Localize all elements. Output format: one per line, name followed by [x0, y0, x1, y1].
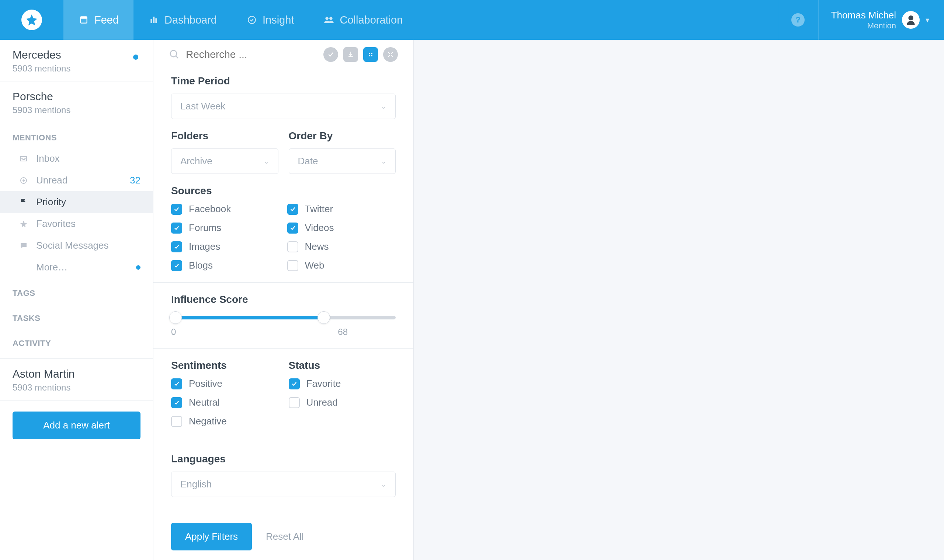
- svg-point-6: [325, 17, 329, 20]
- nav-dashboard[interactable]: Dashboard: [134, 0, 231, 40]
- checkbox-sentiment-neutral[interactable]: Neutral: [171, 397, 278, 408]
- menu-priority[interactable]: Priority: [0, 191, 153, 213]
- select-folders[interactable]: Archive ⌄: [171, 148, 278, 174]
- checkbox-label: Forums: [189, 222, 221, 234]
- search-input[interactable]: [186, 49, 319, 60]
- slider-fill: [171, 316, 324, 319]
- svg-rect-2: [150, 19, 152, 23]
- apply-filters-button[interactable]: Apply Filters: [171, 523, 252, 551]
- checkbox-sentiment-positive[interactable]: Positive: [171, 378, 278, 389]
- select-order-by[interactable]: Date ⌄: [289, 148, 396, 174]
- slider-track: [171, 316, 396, 319]
- section-sources: Sources FacebookTwitterForumsVideosImage…: [171, 185, 396, 271]
- svg-point-5: [248, 16, 256, 23]
- section-tags[interactable]: TAGS: [0, 278, 153, 303]
- section-languages: Languages English ⌄: [171, 453, 396, 497]
- title-sources: Sources: [171, 185, 396, 197]
- download-button[interactable]: [343, 47, 358, 62]
- checkbox-icon: [171, 378, 182, 389]
- checkbox-source-facebook[interactable]: Facebook: [171, 203, 280, 215]
- checkbox-status-unread[interactable]: Unread: [289, 397, 396, 408]
- svg-point-13: [371, 53, 372, 54]
- section-tasks[interactable]: TASKS: [0, 303, 153, 328]
- alert-mercedes[interactable]: Mercedes 5903 mentions: [0, 40, 153, 82]
- checkbox-status-favorite[interactable]: Favorite: [289, 378, 396, 389]
- select-time-period[interactable]: Last Week ⌄: [171, 94, 396, 119]
- checkbox-icon: [171, 204, 182, 215]
- checkbox-source-videos[interactable]: Videos: [287, 222, 396, 234]
- alert-sub: 5903 mentions: [12, 105, 140, 115]
- checkbox-label: Videos: [305, 222, 334, 234]
- title-order-by: Order By: [289, 130, 396, 142]
- slider-handle-max[interactable]: [318, 311, 330, 324]
- svg-point-15: [371, 55, 372, 56]
- chevron-down-icon: ⌄: [381, 480, 386, 489]
- title-time-period: Time Period: [171, 75, 396, 87]
- checkbox-source-blogs[interactable]: Blogs: [171, 260, 280, 271]
- influence-slider[interactable]: 0 68: [171, 312, 396, 337]
- filter-button[interactable]: [363, 47, 378, 62]
- filter-footer: Apply Filters Reset All: [153, 513, 413, 560]
- svg-point-10: [23, 179, 25, 182]
- search-row: [153, 40, 413, 69]
- menu-label: Unread: [36, 175, 68, 186]
- select-value: English: [180, 478, 212, 490]
- alert-porsche[interactable]: Porsche 5903 mentions: [0, 82, 153, 123]
- nav-label: Feed: [94, 14, 119, 26]
- sources-grid: FacebookTwitterForumsVideosImagesNewsBlo…: [171, 203, 396, 271]
- checkbox-source-twitter[interactable]: Twitter: [287, 203, 396, 215]
- chevron-down-icon: ⌄: [381, 157, 386, 165]
- checkbox-label: News: [305, 241, 329, 252]
- menu-more[interactable]: More…: [0, 257, 153, 278]
- divider: [153, 282, 413, 283]
- checkbox-source-news[interactable]: News: [287, 241, 396, 252]
- menu-inbox[interactable]: Inbox: [0, 148, 153, 169]
- more-dot: [136, 265, 140, 270]
- checkbox-sentiment-negative[interactable]: Negative: [171, 415, 278, 427]
- logo[interactable]: [0, 9, 63, 30]
- dashboard-icon: [148, 14, 159, 25]
- select-value: Last Week: [180, 101, 225, 112]
- reset-all-button[interactable]: Reset All: [266, 531, 304, 542]
- menu-unread[interactable]: Unread 32: [0, 169, 153, 191]
- select-languages[interactable]: English ⌄: [171, 472, 396, 497]
- status-list: FavoriteUnread: [289, 378, 396, 408]
- checkbox-icon: [287, 260, 298, 271]
- alert-aston[interactable]: Aston Martin 5903 mentions: [0, 359, 153, 400]
- nav-insight[interactable]: Insight: [231, 0, 308, 40]
- svg-rect-1: [80, 17, 86, 18]
- slider-labels: 0 68: [171, 327, 396, 337]
- section-activity[interactable]: ACTIVITY: [0, 328, 153, 359]
- nav-feed[interactable]: Feed: [63, 0, 134, 40]
- svg-rect-4: [155, 18, 157, 23]
- add-alert-button[interactable]: Add a new alert: [12, 412, 140, 439]
- checkbox-icon: [287, 223, 298, 234]
- nav-collaboration[interactable]: Collaboration: [308, 0, 417, 40]
- menu-label: More…: [36, 262, 68, 273]
- svg-point-7: [330, 17, 333, 20]
- user-menu[interactable]: Thomas Michel Mention ▾: [818, 0, 944, 40]
- slider-handle-min[interactable]: [169, 311, 182, 324]
- svg-point-12: [369, 53, 370, 54]
- checkbox-label: Unread: [307, 397, 338, 408]
- help-button[interactable]: ?: [778, 0, 818, 40]
- menu-social[interactable]: Social Messages: [0, 235, 153, 257]
- unread-dot: [133, 54, 138, 60]
- chevron-down-icon: ⌄: [381, 102, 386, 111]
- checkbox-icon: [171, 223, 182, 234]
- check-button[interactable]: [323, 47, 338, 62]
- checkbox-source-forums[interactable]: Forums: [171, 222, 280, 234]
- section-sentiments-status: Sentiments PositiveNeutralNegative Statu…: [171, 360, 396, 427]
- checkbox-icon: [287, 204, 298, 215]
- sentiments-list: PositiveNeutralNegative: [171, 378, 278, 427]
- checkbox-source-images[interactable]: Images: [171, 241, 280, 252]
- menu-label: Favorites: [36, 218, 76, 229]
- topbar-right: ? Thomas Michel Mention ▾: [778, 0, 944, 40]
- checkbox-source-web[interactable]: Web: [287, 260, 396, 271]
- svg-point-14: [369, 55, 370, 56]
- insight-icon: [246, 14, 258, 25]
- checkbox-icon: [171, 416, 182, 427]
- menu-favorites[interactable]: Favorites: [0, 213, 153, 235]
- collaboration-icon: [323, 14, 335, 25]
- expand-button[interactable]: [383, 47, 398, 62]
